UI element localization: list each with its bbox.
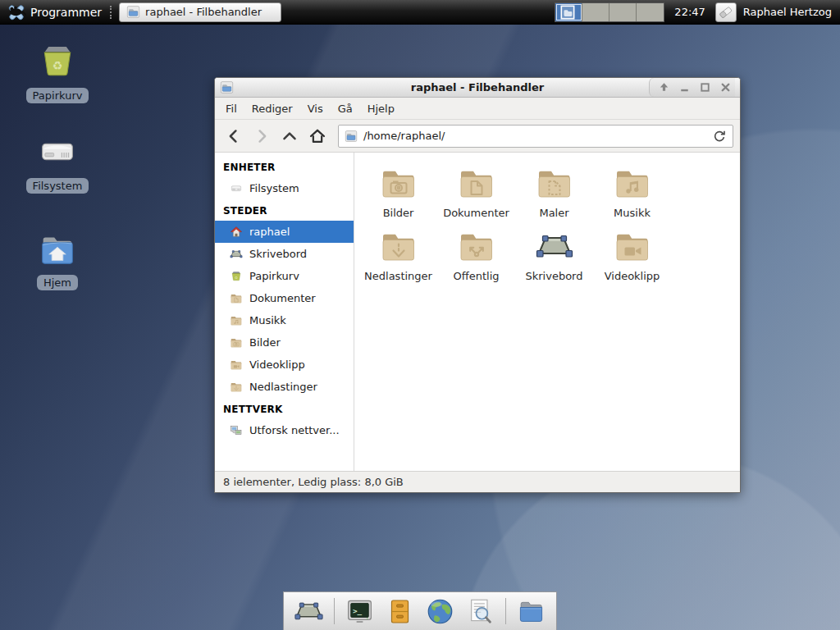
web-browser-icon[interactable]: [425, 596, 455, 627]
window-controls: [649, 78, 735, 97]
sidebar-item-network[interactable]: Utforsk nettver...: [215, 419, 354, 441]
file-label: Offentlig: [454, 270, 500, 282]
sidebar-item-musikk[interactable]: Musikk: [215, 309, 354, 331]
file-label: Musikk: [614, 207, 651, 219]
network-icon: [230, 424, 243, 437]
file-label: Bilder: [383, 207, 414, 219]
sidebar-item-papirkurv[interactable]: ♻ Papirkurv: [215, 265, 354, 287]
file-item-nedlastinger[interactable]: Nedlastinger: [359, 227, 437, 282]
terminal-icon[interactable]: >_: [345, 596, 375, 627]
file-item-bilder[interactable]: Bilder: [359, 164, 437, 219]
sidebar-item-bilder[interactable]: Bilder: [215, 331, 354, 354]
xfce-logo-icon[interactable]: [7, 2, 26, 22]
taskbar-window-button[interactable]: raphael - Filbehandler: [119, 2, 281, 22]
file-item-maler[interactable]: Maler: [515, 164, 593, 219]
desktop-icon: [230, 248, 243, 261]
home-folder-icon: [36, 228, 79, 271]
file-item-videoklipp[interactable]: Videoklipp: [593, 227, 671, 282]
sidebar-item-label: raphael: [249, 226, 290, 238]
pictures-folder-icon: [230, 336, 243, 349]
sidebar-item-label: Skrivebord: [249, 248, 307, 260]
path-entry[interactable]: /home/raphael/: [338, 125, 733, 148]
file-manager-icon: [126, 5, 140, 19]
titlebar[interactable]: raphael - Filbehandler: [215, 78, 740, 98]
sidebar-header-devices: ENHETER: [215, 156, 354, 177]
sidebar-item-videoklipp[interactable]: Videoklipp: [215, 354, 354, 376]
file-label: Maler: [539, 207, 568, 219]
file-label: Skrivebord: [525, 270, 582, 282]
sidebar-item-label: Videoklipp: [249, 358, 305, 371]
sidebar-item-label: Musikk: [249, 314, 286, 326]
menu-file[interactable]: Fil: [218, 99, 244, 118]
music-folder-icon: [613, 164, 652, 203]
workspace-3[interactable]: [609, 3, 637, 21]
music-folder-icon: [230, 314, 243, 327]
public-folder-icon: [457, 227, 496, 267]
clock[interactable]: 22:47: [674, 6, 705, 18]
forward-button[interactable]: [249, 124, 274, 148]
menu-go[interactable]: Gå: [331, 99, 360, 118]
documents-folder-icon: [457, 164, 496, 203]
close-button[interactable]: [719, 81, 732, 94]
file-item-skrivebord[interactable]: Skrivebord: [515, 227, 593, 282]
desktop-icon-filesystem[interactable]: Filsystem: [25, 131, 90, 194]
menu-edit[interactable]: Rediger: [244, 99, 300, 118]
file-view[interactable]: Bilder Dokumenter Maler Musikk Nedlastin…: [354, 153, 740, 471]
panel-grip: [110, 6, 114, 19]
svg-text:♻: ♻: [52, 59, 63, 72]
dock-separator: [505, 598, 506, 624]
workspace-1[interactable]: [555, 3, 582, 21]
window-icon: [220, 80, 234, 94]
workspace-4[interactable]: [637, 3, 664, 21]
taskbar-window-label: raphael - Filbehandler: [145, 6, 262, 18]
reload-icon[interactable]: [712, 129, 727, 144]
status-text: 8 ielementer, Ledig plass: 8,0 GiB: [223, 476, 404, 488]
user-name[interactable]: Raphael Hertzog: [743, 6, 832, 18]
shade-button[interactable]: [658, 81, 670, 94]
file-cabinet-icon[interactable]: [385, 596, 415, 627]
eraser-icon: [717, 4, 735, 21]
dock-separator: [334, 598, 335, 624]
sidebar-item-raphael[interactable]: raphael: [215, 221, 354, 243]
sidebar-item-label: Nedlastinger: [249, 381, 317, 393]
drive-icon: [36, 131, 79, 174]
top-panel: Programmer raphael - Filbehandler 22:47 …: [0, 0, 840, 25]
show-desktop-icon[interactable]: [294, 596, 324, 627]
back-button[interactable]: [221, 124, 246, 148]
menubar: Fil Rediger Vis Gå Hjelp: [215, 98, 740, 120]
desktop-icon-home[interactable]: Hjem: [25, 228, 90, 290]
sidebar-item-dokumenter[interactable]: Dokumenter: [215, 287, 354, 309]
path-text[interactable]: /home/raphael/: [363, 130, 706, 142]
workspace-2[interactable]: [582, 3, 609, 21]
file-label: Videoklipp: [605, 270, 660, 282]
file-item-dokumenter[interactable]: Dokumenter: [437, 164, 515, 219]
downloads-folder-icon: [230, 381, 243, 394]
sidebar-item-label: Utforsk nettver...: [249, 424, 340, 436]
sidebar-item-label: Filsystem: [249, 182, 299, 194]
up-button[interactable]: [277, 124, 302, 148]
sidebar-item-filsystem[interactable]: Filsystem: [215, 177, 354, 199]
statusbar: 8 ielementer, Ledig plass: 8,0 GiB: [215, 471, 740, 492]
file-item-offentlig[interactable]: Offentlig: [437, 227, 515, 282]
videos-folder-icon: [613, 227, 652, 267]
menu-help[interactable]: Hjelp: [360, 99, 402, 118]
minimize-button[interactable]: [678, 81, 691, 94]
downloads-folder-icon: [379, 227, 418, 267]
applications-menu[interactable]: Programmer: [30, 6, 102, 19]
desktop-icon-label: Papirkurv: [26, 88, 89, 103]
videos-folder-icon: [230, 358, 243, 372]
session-button[interactable]: [715, 2, 737, 22]
file-label: Dokumenter: [443, 207, 509, 219]
folder-icon[interactable]: [516, 596, 546, 627]
maximize-button[interactable]: [699, 81, 711, 94]
search-files-icon[interactable]: [465, 596, 495, 627]
desktop-icon-label: Filsystem: [26, 178, 89, 194]
menu-view[interactable]: Vis: [300, 99, 331, 118]
file-item-musikk[interactable]: Musikk: [593, 164, 671, 219]
desktop-icon-trash[interactable]: ♻ Papirkurv: [25, 41, 90, 103]
sidebar-item-skrivebord[interactable]: Skrivebord: [215, 243, 354, 265]
sidebar-item-nedlastinger[interactable]: Nedlastinger: [215, 376, 354, 398]
sidebar-header-places: STEDER: [215, 199, 354, 221]
home-button[interactable]: [305, 124, 330, 148]
svg-text:>_: >_: [353, 605, 363, 614]
